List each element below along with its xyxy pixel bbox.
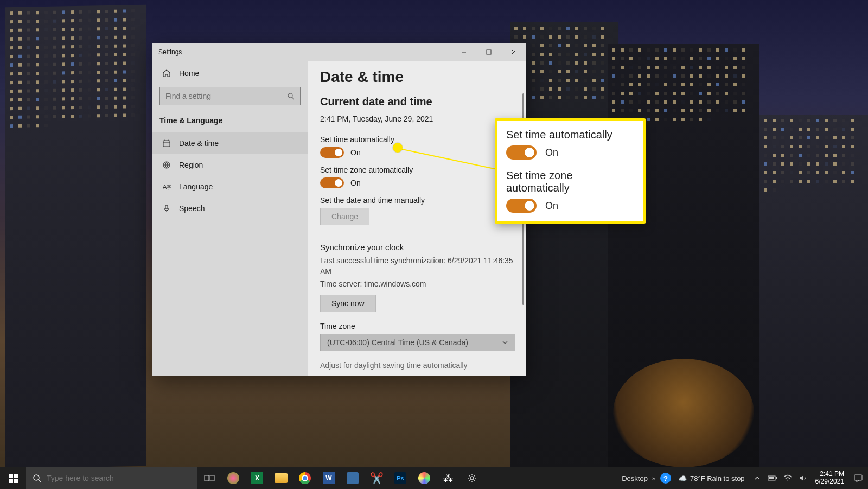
home-icon bbox=[162, 68, 171, 78]
battery-icon[interactable] bbox=[768, 473, 777, 483]
taskbar-app-snip[interactable]: ✂️ bbox=[365, 467, 388, 489]
sidebar-item-label: Region bbox=[179, 161, 203, 169]
wifi-icon[interactable] bbox=[783, 473, 793, 483]
background-tree bbox=[613, 359, 754, 467]
titlebar[interactable]: Settings bbox=[152, 43, 526, 61]
taskbar-clock[interactable]: 2:41 PM 6/29/2021 bbox=[811, 471, 848, 486]
taskbar-app-photoshop[interactable]: Ps bbox=[388, 467, 412, 489]
start-button[interactable] bbox=[0, 467, 26, 489]
sidebar-item-label: Language bbox=[179, 182, 213, 191]
current-dt-value: 2:41 PM, Tuesday, June 29, 2021 bbox=[320, 115, 514, 123]
svg-point-18 bbox=[470, 477, 474, 480]
sidebar-item-language[interactable]: A字 Language bbox=[152, 176, 308, 198]
taskbar-app-paint[interactable] bbox=[221, 467, 245, 489]
system-tray bbox=[749, 473, 811, 483]
sidebar-item-label: Date & time bbox=[179, 139, 219, 148]
svg-rect-17 bbox=[210, 475, 214, 481]
weather-widget[interactable]: ☁️ 78°F Rain to stop bbox=[674, 474, 749, 482]
taskbar-app-slack[interactable]: ⁂ bbox=[436, 467, 460, 489]
auto-time-state: On bbox=[350, 148, 361, 157]
content-pane: Date & time Current date and time 2:41 P… bbox=[308, 61, 526, 376]
desktop-label[interactable]: Desktop bbox=[620, 474, 650, 482]
language-icon: A字 bbox=[162, 182, 171, 192]
taskbar-app-generic[interactable] bbox=[341, 467, 365, 489]
callout-auto-time-state: On bbox=[545, 147, 558, 158]
close-button[interactable] bbox=[501, 43, 526, 61]
callout-auto-time-label: Set time automatically bbox=[506, 129, 634, 141]
home-label: Home bbox=[179, 69, 199, 78]
page-title: Date & time bbox=[320, 68, 514, 86]
help-icon[interactable]: ? bbox=[658, 467, 674, 489]
taskbar-app-excel[interactable]: X bbox=[245, 467, 269, 489]
taskbar-app-settings[interactable] bbox=[460, 467, 484, 489]
auto-tz-state: On bbox=[350, 179, 361, 187]
callout-auto-tz-toggle bbox=[506, 199, 537, 213]
svg-line-5 bbox=[292, 97, 294, 99]
windows-logo-icon bbox=[9, 474, 18, 483]
sync-heading: Synchronize your clock bbox=[320, 243, 514, 252]
globe-icon bbox=[162, 160, 171, 170]
clock-time: 2:41 PM bbox=[815, 471, 844, 478]
taskbar: X W ✂️ Ps ⁂ Desktop » ? ☁️ 78°F Rain to … bbox=[0, 467, 868, 489]
sync-server: Time server: time.windows.com bbox=[320, 278, 514, 289]
window-title: Settings bbox=[158, 48, 182, 56]
svg-point-4 bbox=[288, 93, 292, 98]
search-icon bbox=[33, 474, 41, 482]
taskbar-app-word[interactable]: W bbox=[317, 467, 341, 489]
volume-icon[interactable] bbox=[798, 473, 808, 483]
sync-last: Last successful time synchronization: 6/… bbox=[320, 255, 514, 277]
taskbar-search[interactable] bbox=[26, 467, 197, 489]
sidebar-item-date-time[interactable]: Date & time bbox=[152, 132, 308, 154]
taskbar-app-chrome[interactable] bbox=[293, 467, 317, 489]
chevron-down-icon bbox=[502, 339, 508, 346]
weather-text: 78°F Rain to stop bbox=[690, 474, 745, 482]
callout-marker bbox=[393, 143, 403, 153]
maximize-button[interactable] bbox=[476, 43, 501, 61]
taskbar-apps: X W ✂️ Ps ⁂ bbox=[197, 467, 484, 489]
tray-chevron-up-icon[interactable] bbox=[752, 473, 762, 483]
svg-rect-1 bbox=[487, 50, 491, 54]
search-box[interactable] bbox=[159, 87, 301, 105]
svg-line-15 bbox=[39, 480, 41, 482]
taskbar-app-paint3d[interactable] bbox=[412, 467, 436, 489]
dst-label: Adjust for daylight saving time automati… bbox=[320, 361, 514, 370]
home-link[interactable]: Home bbox=[152, 63, 308, 84]
timezone-select[interactable]: (UTC-06:00) Central Time (US & Canada) bbox=[320, 334, 515, 351]
timezone-value: (UTC-06:00) Central Time (US & Canada) bbox=[327, 338, 468, 347]
svg-point-14 bbox=[34, 475, 39, 480]
search-input[interactable] bbox=[165, 92, 287, 100]
svg-rect-13 bbox=[165, 205, 168, 209]
auto-tz-toggle[interactable] bbox=[320, 177, 344, 188]
taskbar-search-input[interactable] bbox=[47, 474, 191, 482]
svg-rect-6 bbox=[163, 141, 170, 147]
manual-label: Set the date and time manually bbox=[320, 196, 514, 205]
svg-rect-22 bbox=[854, 475, 862, 480]
background-building bbox=[510, 22, 618, 467]
change-button[interactable]: Change bbox=[320, 208, 369, 225]
date-time-icon bbox=[162, 138, 171, 148]
background-building bbox=[760, 115, 868, 467]
microphone-icon bbox=[162, 204, 171, 213]
task-view-button[interactable] bbox=[197, 467, 221, 489]
sync-now-button[interactable]: Sync now bbox=[320, 295, 376, 312]
auto-time-label: Set time automatically bbox=[320, 135, 514, 144]
minimize-button[interactable] bbox=[451, 43, 476, 61]
sidebar-item-label: Speech bbox=[179, 204, 205, 213]
overflow-chevron-icon[interactable]: » bbox=[650, 475, 658, 481]
current-dt-heading: Current date and time bbox=[320, 96, 514, 108]
action-center-button[interactable] bbox=[848, 467, 868, 489]
sidebar-item-speech[interactable]: Speech bbox=[152, 198, 308, 219]
sidebar-section-title: Time & Language bbox=[152, 112, 308, 132]
sidebar: Home Time & Language Date & time bbox=[152, 61, 308, 376]
svg-rect-21 bbox=[769, 477, 774, 479]
settings-window: Settings Home bbox=[152, 43, 526, 376]
svg-text:字: 字 bbox=[167, 185, 171, 190]
window-controls bbox=[451, 43, 526, 61]
taskbar-app-explorer[interactable] bbox=[269, 467, 293, 489]
background-building bbox=[5, 5, 146, 469]
auto-time-toggle[interactable] bbox=[320, 147, 344, 158]
sidebar-item-region[interactable]: Region bbox=[152, 154, 308, 176]
search-icon bbox=[287, 92, 295, 100]
tz-heading: Time zone bbox=[320, 322, 514, 331]
clock-date: 6/29/2021 bbox=[815, 478, 844, 486]
